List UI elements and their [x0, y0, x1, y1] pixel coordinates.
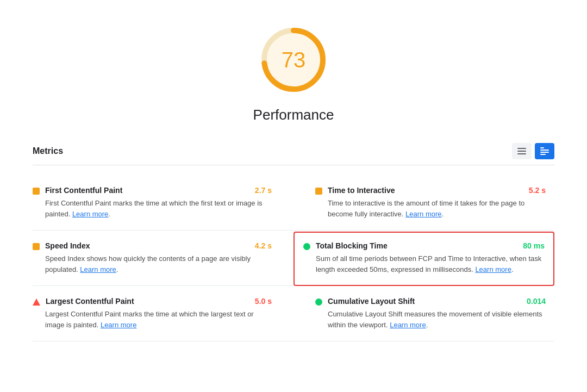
metric-si: Speed Index 4.2 s Speed Index shows how …: [33, 231, 294, 286]
page-container: 73 Performance Metrics: [0, 0, 587, 392]
metric-cls-name-row: Cumulative Layout Shift: [315, 297, 415, 306]
si-value: 4.2 s: [255, 241, 272, 250]
metric-lcp-header: Largest Contentful Paint 5.0 s: [33, 297, 272, 306]
svg-rect-8: [540, 154, 546, 155]
metric-tbt-header: Total Blocking Time 80 ms: [303, 241, 545, 250]
score-section: 73 Performance: [33, 16, 554, 123]
metric-si-header: Speed Index 4.2 s: [33, 241, 272, 250]
toggle-list-button[interactable]: [512, 143, 532, 159]
svg-rect-3: [517, 151, 526, 152]
lcp-indicator: [33, 298, 40, 306]
metric-lcp-name-row: Largest Contentful Paint: [33, 297, 134, 306]
metric-cls: Cumulative Layout Shift 0.014 Cumulative…: [294, 286, 554, 341]
metric-si-name-row: Speed Index: [33, 241, 90, 250]
svg-rect-6: [540, 150, 549, 151]
metrics-grid: First Contentful Paint 2.7 s First Conte…: [33, 175, 554, 341]
metric-tti-name-row: Time to Interactive: [315, 186, 395, 195]
tti-learn-more[interactable]: Learn more: [405, 210, 441, 218]
fcp-desc: First Contentful Paint marks the time at…: [45, 198, 272, 219]
lcp-learn-more[interactable]: Learn more: [101, 321, 136, 329]
si-learn-more[interactable]: Learn more: [80, 265, 116, 273]
lcp-name: Largest Contentful Paint: [46, 297, 134, 306]
fcp-indicator: [33, 188, 40, 195]
metric-tbt-name-row: Total Blocking Time: [303, 241, 388, 250]
metric-cls-header: Cumulative Layout Shift 0.014: [315, 297, 546, 306]
svg-rect-7: [540, 152, 549, 153]
metric-lcp: Largest Contentful Paint 5.0 s Largest C…: [33, 286, 294, 341]
score-label: Performance: [253, 107, 334, 123]
si-name: Speed Index: [45, 241, 90, 250]
cls-value: 0.014: [527, 297, 546, 306]
svg-rect-5: [540, 147, 544, 148]
fcp-learn-more[interactable]: Learn more: [72, 210, 108, 218]
metrics-toggle: [512, 143, 554, 159]
score-value: 73: [282, 48, 306, 72]
cls-name: Cumulative Layout Shift: [328, 297, 415, 306]
metrics-title: Metrics: [33, 146, 63, 156]
tbt-value: 80 ms: [523, 241, 545, 250]
metric-tti: Time to Interactive 5.2 s Time to intera…: [294, 175, 554, 231]
toggle-detail-button[interactable]: [535, 143, 554, 159]
lcp-desc: Largest Contentful Paint marks the time …: [45, 309, 272, 330]
cls-learn-more[interactable]: Learn more: [390, 321, 426, 329]
si-desc: Speed Index shows how quickly the conten…: [45, 253, 272, 275]
metric-fcp: First Contentful Paint 2.7 s First Conte…: [33, 175, 294, 231]
tbt-name: Total Blocking Time: [316, 241, 388, 250]
tbt-learn-more[interactable]: Learn more: [475, 265, 511, 273]
tti-name: Time to Interactive: [328, 186, 395, 195]
metrics-header: Metrics: [33, 143, 554, 165]
fcp-name: First Contentful Paint: [45, 186, 122, 195]
fcp-value: 2.7 s: [255, 186, 272, 195]
cls-indicator: [315, 298, 322, 306]
cls-desc: Cumulative Layout Shift measures the mov…: [328, 309, 546, 330]
svg-rect-2: [517, 148, 526, 149]
metric-fcp-name-row: First Contentful Paint: [33, 186, 122, 195]
score-ring: 73: [255, 22, 332, 98]
svg-rect-4: [517, 153, 526, 154]
si-indicator: [33, 243, 40, 250]
tbt-indicator: [303, 243, 310, 250]
tbt-desc: Sum of all time periods between FCP and …: [316, 253, 545, 275]
lcp-value: 5.0 s: [255, 297, 272, 306]
tti-indicator: [315, 188, 322, 195]
tti-value: 5.2 s: [529, 186, 546, 195]
metric-tbt: Total Blocking Time 80 ms Sum of all tim…: [294, 232, 554, 286]
metric-tti-header: Time to Interactive 5.2 s: [315, 186, 546, 195]
tti-desc: Time to interactive is the amount of tim…: [328, 198, 546, 219]
metric-fcp-header: First Contentful Paint 2.7 s: [33, 186, 272, 195]
